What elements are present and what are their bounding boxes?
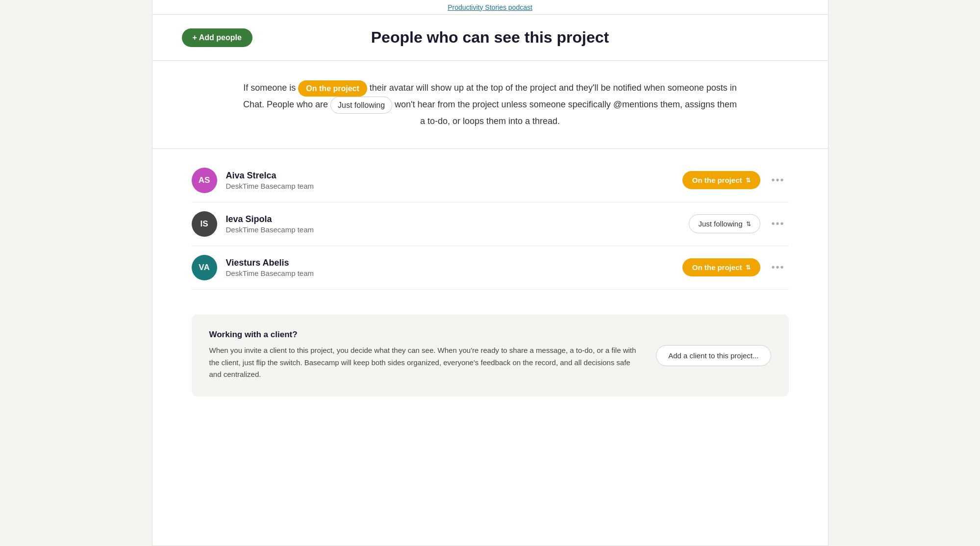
person-info: Viesturs Abelis DeskTime Basecamp team bbox=[226, 258, 682, 277]
add-client-button[interactable]: Add a client to this project... bbox=[656, 345, 771, 366]
person-name: Aiva Strelca bbox=[226, 171, 682, 181]
add-people-button[interactable]: + Add people bbox=[182, 28, 252, 47]
person-actions: On the project ⇅ ••• bbox=[682, 171, 789, 189]
avatar: AS bbox=[192, 168, 217, 193]
chevron-icon: ⇅ bbox=[746, 264, 751, 271]
description-intro: If someone is bbox=[243, 83, 296, 93]
status-button-on-project[interactable]: On the project ⇅ bbox=[682, 171, 761, 189]
table-row: AS Aiva Strelca DeskTime Basecamp team O… bbox=[192, 159, 789, 202]
person-team: DeskTime Basecamp team bbox=[226, 225, 689, 234]
breadcrumb-bar: Productivity Stories podcast bbox=[152, 0, 828, 15]
table-row: VA Viesturs Abelis DeskTime Basecamp tea… bbox=[192, 246, 789, 290]
header-area: + Add people People who can see this pro… bbox=[152, 15, 828, 61]
client-section: Working with a client? When you invite a… bbox=[192, 314, 789, 397]
person-team: DeskTime Basecamp team bbox=[226, 269, 682, 277]
description-section: If someone is On the project their avata… bbox=[152, 61, 828, 149]
chevron-icon: ⇅ bbox=[746, 177, 751, 184]
client-text-area: Working with a client? When you invite a… bbox=[209, 330, 637, 381]
person-team: DeskTime Basecamp team bbox=[226, 182, 682, 190]
dots-icon: ••• bbox=[771, 262, 784, 273]
people-list: AS Aiva Strelca DeskTime Basecamp team O… bbox=[152, 149, 828, 299]
more-options-button[interactable]: ••• bbox=[767, 260, 788, 275]
dots-icon: ••• bbox=[771, 174, 784, 185]
more-options-button[interactable]: ••• bbox=[767, 216, 788, 231]
person-actions: Just following ⇅ ••• bbox=[689, 214, 788, 233]
person-info: Ieva Sipola DeskTime Basecamp team bbox=[226, 214, 689, 234]
page-title: People who can see this project bbox=[371, 28, 609, 47]
person-name: Viesturs Abelis bbox=[226, 258, 682, 268]
description-ending: won't hear from the project unless someo… bbox=[395, 100, 737, 126]
client-section-description: When you invite a client to this project… bbox=[209, 345, 637, 381]
more-options-button[interactable]: ••• bbox=[767, 173, 788, 188]
avatar: VA bbox=[192, 255, 217, 280]
person-name: Ieva Sipola bbox=[226, 214, 689, 224]
status-button-on-project[interactable]: On the project ⇅ bbox=[682, 258, 761, 276]
dots-icon: ••• bbox=[771, 218, 784, 229]
breadcrumb-link[interactable]: Productivity Stories podcast bbox=[448, 3, 532, 11]
client-section-title: Working with a client? bbox=[209, 330, 637, 340]
avatar: IS bbox=[192, 211, 217, 237]
person-info: Aiva Strelca DeskTime Basecamp team bbox=[226, 171, 682, 190]
table-row: IS Ieva Sipola DeskTime Basecamp team Ju… bbox=[192, 202, 789, 246]
status-button-just-following[interactable]: Just following ⇅ bbox=[689, 214, 760, 233]
person-actions: On the project ⇅ ••• bbox=[682, 258, 789, 276]
badge-just-following: Just following bbox=[330, 97, 392, 114]
chevron-icon: ⇅ bbox=[746, 221, 751, 227]
badge-on-project: On the project bbox=[298, 80, 367, 97]
